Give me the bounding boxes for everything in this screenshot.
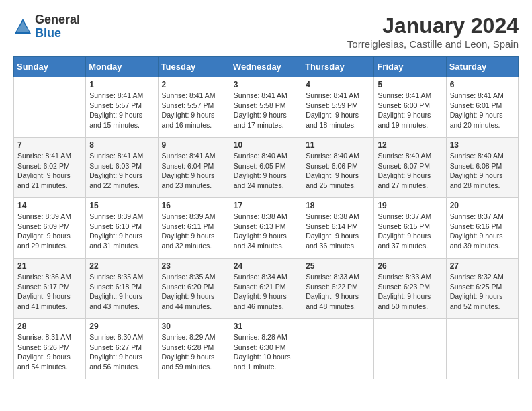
- logo-general: General: [35, 13, 80, 26]
- calendar-cell: 24Sunrise: 8:34 AM Sunset: 6:21 PM Dayli…: [230, 259, 302, 319]
- logo-icon: [13, 17, 32, 36]
- calendar-cell: 25Sunrise: 8:33 AM Sunset: 6:22 PM Dayli…: [302, 259, 374, 319]
- cell-content: Sunrise: 8:40 AM Sunset: 6:08 PM Dayligh…: [450, 151, 515, 191]
- day-number: 27: [450, 261, 515, 271]
- cell-content: Sunrise: 8:31 AM Sunset: 6:26 PM Dayligh…: [17, 332, 82, 372]
- cell-content: Sunrise: 8:40 AM Sunset: 6:07 PM Dayligh…: [378, 151, 442, 191]
- calendar-cell: 22Sunrise: 8:35 AM Sunset: 6:18 PM Dayli…: [86, 259, 158, 319]
- day-number: 7: [17, 140, 82, 150]
- cell-content: Sunrise: 8:39 AM Sunset: 6:10 PM Dayligh…: [89, 212, 154, 251]
- cell-content: Sunrise: 8:30 AM Sunset: 6:27 PM Dayligh…: [89, 332, 154, 372]
- header-row: SundayMondayTuesdayWednesdayThursdayFrid…: [14, 57, 519, 77]
- column-header-wednesday: Wednesday: [230, 57, 302, 77]
- calendar-cell: 8Sunrise: 8:41 AM Sunset: 6:03 PM Daylig…: [86, 138, 158, 198]
- subtitle: Torreiglesias, Castille and Leon, Spain: [347, 38, 519, 50]
- day-number: 8: [89, 140, 154, 150]
- day-number: 18: [306, 201, 370, 210]
- week-row-1: 1Sunrise: 8:41 AM Sunset: 5:57 PM Daylig…: [14, 77, 519, 138]
- cell-content: Sunrise: 8:39 AM Sunset: 6:11 PM Dayligh…: [162, 212, 226, 251]
- day-number: 24: [234, 261, 298, 271]
- cell-content: Sunrise: 8:40 AM Sunset: 6:05 PM Dayligh…: [234, 151, 298, 191]
- day-number: 25: [306, 261, 370, 271]
- cell-content: Sunrise: 8:41 AM Sunset: 5:58 PM Dayligh…: [234, 91, 298, 130]
- week-row-4: 21Sunrise: 8:36 AM Sunset: 6:17 PM Dayli…: [14, 259, 519, 319]
- day-number: 15: [89, 201, 154, 210]
- day-number: 23: [162, 261, 226, 271]
- calendar-cell: 14Sunrise: 8:39 AM Sunset: 6:09 PM Dayli…: [14, 198, 86, 259]
- cell-content: Sunrise: 8:32 AM Sunset: 6:25 PM Dayligh…: [450, 272, 515, 312]
- calendar-cell: 12Sunrise: 8:40 AM Sunset: 6:07 PM Dayli…: [374, 138, 446, 198]
- calendar-cell: 28Sunrise: 8:31 AM Sunset: 6:26 PM Dayli…: [14, 319, 86, 379]
- calendar-cell: 18Sunrise: 8:38 AM Sunset: 6:14 PM Dayli…: [302, 198, 374, 259]
- cell-content: Sunrise: 8:40 AM Sunset: 6:06 PM Dayligh…: [306, 151, 370, 191]
- column-header-sunday: Sunday: [14, 57, 86, 77]
- cell-content: Sunrise: 8:37 AM Sunset: 6:16 PM Dayligh…: [450, 212, 515, 251]
- cell-content: Sunrise: 8:41 AM Sunset: 6:03 PM Dayligh…: [89, 151, 154, 191]
- day-number: 1: [89, 80, 154, 89]
- day-number: 10: [234, 140, 298, 150]
- day-number: 28: [17, 322, 82, 331]
- cell-content: Sunrise: 8:28 AM Sunset: 6:30 PM Dayligh…: [234, 332, 298, 372]
- column-header-monday: Monday: [86, 57, 158, 77]
- day-number: 19: [378, 201, 442, 210]
- header: General Blue January 2024 Torreiglesias,…: [13, 13, 519, 50]
- logo-blue: Blue: [35, 26, 61, 40]
- cell-content: Sunrise: 8:36 AM Sunset: 6:17 PM Dayligh…: [17, 272, 82, 312]
- day-number: 16: [162, 201, 226, 210]
- calendar-cell: 11Sunrise: 8:40 AM Sunset: 6:06 PM Dayli…: [302, 138, 374, 198]
- day-number: 5: [378, 80, 442, 89]
- day-number: 31: [234, 322, 298, 331]
- day-number: 29: [89, 322, 154, 331]
- logo-text: General Blue: [35, 13, 80, 40]
- day-number: 6: [450, 80, 515, 89]
- calendar-cell: 16Sunrise: 8:39 AM Sunset: 6:11 PM Dayli…: [158, 198, 230, 259]
- calendar-cell: [446, 319, 518, 379]
- cell-content: Sunrise: 8:41 AM Sunset: 6:01 PM Dayligh…: [450, 91, 515, 130]
- calendar-cell: [374, 319, 446, 379]
- calendar-cell: 29Sunrise: 8:30 AM Sunset: 6:27 PM Dayli…: [86, 319, 158, 379]
- calendar-cell: 20Sunrise: 8:37 AM Sunset: 6:16 PM Dayli…: [446, 198, 518, 259]
- title-block: January 2024 Torreiglesias, Castille and…: [347, 13, 519, 50]
- cell-content: Sunrise: 8:33 AM Sunset: 6:22 PM Dayligh…: [306, 272, 370, 312]
- calendar-cell: 6Sunrise: 8:41 AM Sunset: 6:01 PM Daylig…: [446, 77, 518, 138]
- calendar-cell: 19Sunrise: 8:37 AM Sunset: 6:15 PM Dayli…: [374, 198, 446, 259]
- calendar-cell: 23Sunrise: 8:35 AM Sunset: 6:20 PM Dayli…: [158, 259, 230, 319]
- cell-content: Sunrise: 8:41 AM Sunset: 6:04 PM Dayligh…: [162, 151, 226, 191]
- day-number: 26: [378, 261, 442, 271]
- column-header-thursday: Thursday: [302, 57, 374, 77]
- logo: General Blue: [13, 13, 80, 40]
- column-header-friday: Friday: [374, 57, 446, 77]
- calendar-cell: 10Sunrise: 8:40 AM Sunset: 6:05 PM Dayli…: [230, 138, 302, 198]
- day-number: 12: [378, 140, 442, 150]
- week-row-2: 7Sunrise: 8:41 AM Sunset: 6:02 PM Daylig…: [14, 138, 519, 198]
- week-row-3: 14Sunrise: 8:39 AM Sunset: 6:09 PM Dayli…: [14, 198, 519, 259]
- calendar-cell: 4Sunrise: 8:41 AM Sunset: 5:59 PM Daylig…: [302, 77, 374, 138]
- column-header-tuesday: Tuesday: [158, 57, 230, 77]
- cell-content: Sunrise: 8:41 AM Sunset: 5:57 PM Dayligh…: [89, 91, 154, 130]
- day-number: 13: [450, 140, 515, 150]
- cell-content: Sunrise: 8:35 AM Sunset: 6:18 PM Dayligh…: [89, 272, 154, 312]
- calendar-cell: 5Sunrise: 8:41 AM Sunset: 6:00 PM Daylig…: [374, 77, 446, 138]
- cell-content: Sunrise: 8:41 AM Sunset: 6:00 PM Dayligh…: [378, 91, 442, 130]
- cell-content: Sunrise: 8:39 AM Sunset: 6:09 PM Dayligh…: [17, 212, 82, 251]
- calendar-table: SundayMondayTuesdayWednesdayThursdayFrid…: [13, 56, 519, 379]
- calendar-cell: 13Sunrise: 8:40 AM Sunset: 6:08 PM Dayli…: [446, 138, 518, 198]
- calendar-cell: 31Sunrise: 8:28 AM Sunset: 6:30 PM Dayli…: [230, 319, 302, 379]
- cell-content: Sunrise: 8:38 AM Sunset: 6:14 PM Dayligh…: [306, 212, 370, 251]
- svg-marker-1: [16, 21, 30, 32]
- cell-content: Sunrise: 8:34 AM Sunset: 6:21 PM Dayligh…: [234, 272, 298, 312]
- calendar-cell: 17Sunrise: 8:38 AM Sunset: 6:13 PM Dayli…: [230, 198, 302, 259]
- day-number: 22: [89, 261, 154, 271]
- cell-content: Sunrise: 8:41 AM Sunset: 5:59 PM Dayligh…: [306, 91, 370, 130]
- cell-content: Sunrise: 8:33 AM Sunset: 6:23 PM Dayligh…: [378, 272, 442, 312]
- calendar-cell: [14, 77, 86, 138]
- day-number: 17: [234, 201, 298, 210]
- day-number: 30: [162, 322, 226, 331]
- day-number: 9: [162, 140, 226, 150]
- cell-content: Sunrise: 8:29 AM Sunset: 6:28 PM Dayligh…: [162, 332, 226, 372]
- day-number: 11: [306, 140, 370, 150]
- week-row-5: 28Sunrise: 8:31 AM Sunset: 6:26 PM Dayli…: [14, 319, 519, 379]
- calendar-cell: [302, 319, 374, 379]
- day-number: 14: [17, 201, 82, 210]
- calendar-cell: 15Sunrise: 8:39 AM Sunset: 6:10 PM Dayli…: [86, 198, 158, 259]
